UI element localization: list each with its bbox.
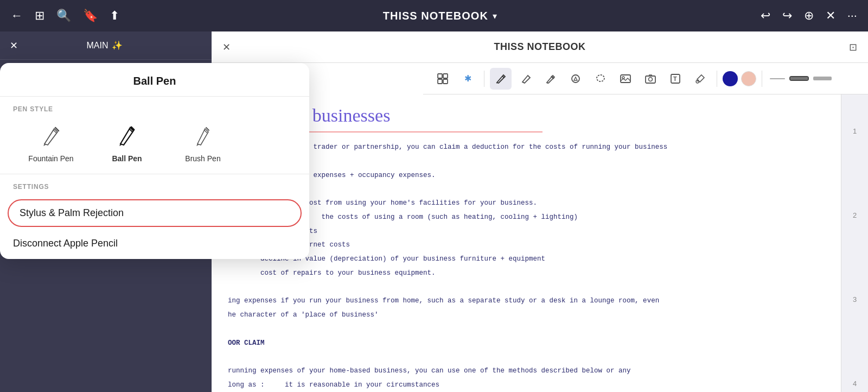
note-line-4 [228, 183, 825, 196]
note-line-7: cleaning costs [228, 225, 825, 238]
fountain-pen-icon [39, 123, 63, 147]
page-number-3: 3 [853, 295, 857, 304]
share-icon[interactable]: ⬆ [110, 9, 119, 23]
note-line-5: 3) The increased cost from using your ho… [228, 197, 825, 210]
top-bar-center: THISS NOTEBOOK ▾ [383, 10, 497, 22]
settings-label: SETTINGS [0, 174, 309, 195]
search-icon[interactable]: 🔍 [56, 9, 71, 23]
text-tool-button[interactable]: T [665, 68, 686, 90]
camera-tool-button[interactable] [640, 68, 661, 90]
brush-pen-option[interactable]: Brush Pen [165, 122, 241, 163]
disconnect-apple-pencil-label: Disconnect Apple Pencil [13, 238, 118, 249]
color-picker-peach[interactable] [741, 71, 756, 86]
pen-style-label: PEN STYLE [0, 97, 309, 117]
notebook-close-button[interactable]: ✕ [222, 41, 231, 53]
svg-text:T: T [673, 75, 677, 82]
pen-tool-button[interactable] [490, 68, 512, 90]
page-number-1: 1 [853, 127, 857, 135]
svg-rect-0 [438, 74, 442, 78]
svg-rect-2 [438, 79, 442, 84]
note-line-18: long as : it is reasonable in your circu… [228, 379, 825, 392]
note-line-17: running expenses of your home-based busi… [228, 365, 825, 378]
brush-pen-label: Brush Pen [185, 154, 220, 163]
note-line-14 [228, 323, 825, 336]
disconnect-apple-pencil-button[interactable]: Disconnect Apple Pencil [0, 228, 309, 259]
stroke-medium-button[interactable] [790, 77, 808, 80]
back-button[interactable]: ← [11, 9, 23, 23]
fountain-pen-option[interactable]: Fountain Pen [13, 122, 89, 163]
stylus-palm-rejection-label: Stylus & Palm Rejection [20, 207, 124, 218]
toolbar: ✱ [423, 63, 868, 94]
stroke-thick-button[interactable] [813, 77, 832, 80]
note-line-12: ing expenses if you run your business fr… [228, 295, 825, 308]
note-line-1: r business as a sole trader or partnersh… [228, 141, 825, 154]
brush-pen-icon-wrap [189, 122, 216, 149]
handwritten-title: n for small businesses [228, 105, 825, 126]
top-bar-left: ← ⊞ 🔍 🔖 ⬆ [11, 9, 119, 23]
lasso-tool-button[interactable] [590, 68, 611, 90]
sidebar-title-icon: ✨ [112, 40, 123, 50]
stylus-palm-rejection-button[interactable]: Stylus & Palm Rejection [8, 199, 302, 227]
close-button[interactable]: ✕ [826, 9, 835, 23]
svg-point-5 [597, 75, 604, 81]
bluetooth-icon[interactable]: ✱ [457, 68, 478, 90]
note-line-2 [228, 155, 825, 168]
dropdown-title: Ball Pen [0, 63, 309, 97]
svg-rect-6 [621, 75, 630, 83]
undo-button[interactable]: ↩ [761, 9, 770, 23]
note-line-8: phone + internet costs [228, 239, 825, 252]
pen-styles-group: Fountain Pen Ball Pen [0, 117, 309, 174]
ball-pen-option[interactable]: Ball Pen [89, 122, 165, 163]
split-view-button[interactable]: ⊡ [849, 41, 857, 53]
svg-point-4 [572, 75, 579, 83]
grid-icon[interactable]: ⊞ [35, 9, 44, 23]
top-bar-right: ↩ ↪ ⊕ ✕ ··· [761, 9, 857, 23]
note-line-16 [228, 351, 825, 364]
bookmark-icon[interactable]: 🔖 [83, 9, 98, 23]
svg-rect-3 [443, 79, 448, 84]
marker-tool-button[interactable] [540, 68, 561, 90]
note-line-13: he character of a 'place of business' [228, 309, 825, 322]
stroke-thin-button[interactable] [770, 78, 785, 79]
fountain-pen-label: Fountain Pen [28, 154, 73, 163]
sidebar-close-button[interactable]: ✕ [10, 40, 18, 52]
brush-pen-icon [191, 123, 215, 147]
pen-style-dropdown: Ball Pen PEN STYLE Fountain Pen [0, 63, 309, 259]
svg-rect-1 [443, 74, 448, 78]
image-tool-button[interactable] [615, 68, 636, 90]
note-line-3: f expenses : running expenses + occupanc… [228, 169, 825, 182]
sidebar-title-text: MAIN [87, 41, 108, 50]
page-number-2: 2 [853, 211, 857, 219]
note-line-10: cost of repairs to your business equipme… [228, 267, 825, 280]
add-page-button[interactable]: ⊕ [804, 9, 814, 23]
svg-point-9 [649, 77, 653, 81]
toolbar-divider-2 [717, 71, 717, 87]
note-line-11 [228, 281, 825, 294]
notebook-header: ✕ THISS NOTEBOOK ⊡ [212, 31, 868, 63]
note-body: r business as a sole trader or partnersh… [228, 141, 825, 392]
sidebar-header: ✕ MAIN ✨ [0, 31, 212, 60]
fountain-pen-icon-wrap [37, 122, 65, 149]
toolbar-divider-3 [762, 71, 762, 87]
eyedrop-tool-button[interactable] [690, 68, 711, 90]
layout-icon[interactable] [432, 68, 454, 90]
notebook-header-title: THISS NOTEBOOK [494, 41, 585, 53]
note-line-9: decline in value (depreciation) of your … [228, 253, 825, 266]
top-bar: ← ⊞ 🔍 🔖 ⬆ THISS NOTEBOOK ▾ ↩ ↪ ⊕ ✕ ··· [0, 0, 868, 31]
more-button[interactable]: ··· [847, 9, 857, 23]
title-chevron[interactable]: ▾ [493, 11, 497, 21]
notebook-title: THISS NOTEBOOK [383, 10, 488, 22]
color-picker-dark-blue[interactable] [723, 71, 738, 86]
eraser-tool-button[interactable] [515, 68, 537, 90]
note-line-15: OOR CLAIM [228, 337, 825, 350]
ball-pen-icon [115, 123, 139, 147]
ball-pen-label: Ball Pen [112, 154, 142, 163]
ball-pen-icon-wrap [113, 122, 141, 149]
page-numbers: 1 2 3 4 5 [841, 94, 868, 392]
stylus-item-wrapper: Stylus & Palm Rejection [0, 195, 309, 228]
shapes-tool-button[interactable] [565, 68, 586, 90]
redo-button[interactable]: ↪ [782, 9, 792, 23]
notebook-area: ✱ [212, 31, 868, 392]
stroke-size-group [768, 77, 832, 80]
page-number-4: 4 [853, 380, 857, 388]
